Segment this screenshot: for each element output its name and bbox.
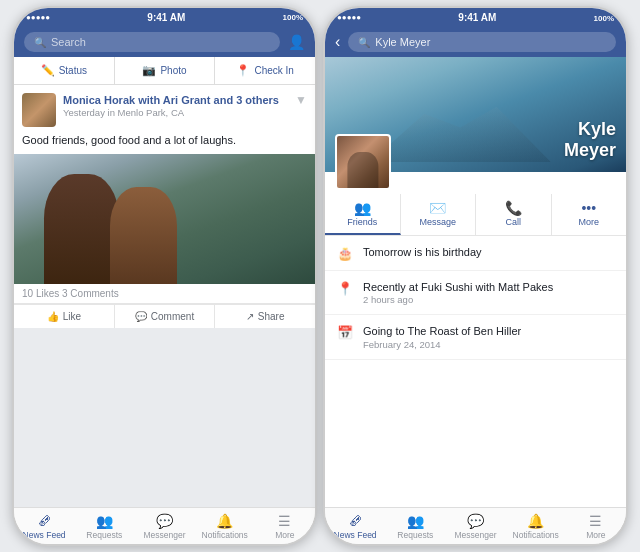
tab2-notifications-label: Notifications (513, 530, 559, 540)
checkin-label: Check In (254, 65, 293, 76)
call-icon: 📞 (505, 200, 522, 216)
tab2-news-feed-label: News Feed (334, 530, 377, 540)
checkin-icon: 📍 (236, 64, 250, 77)
tab2-more-label: More (586, 530, 605, 540)
signal-dots: ●●●●● (26, 13, 50, 22)
checkin-text: Recently at Fuki Sushi with Matt Pakes (363, 280, 614, 294)
post-location: Yesterday in Menlo Park, CA (63, 107, 288, 119)
more-action[interactable]: ••• More (552, 194, 627, 235)
like-icon: 👍 (47, 311, 59, 322)
tab-notifications-label: Notifications (202, 530, 248, 540)
back-button[interactable]: ‹ (335, 33, 340, 51)
profile-cover: Kyle Meyer (325, 57, 626, 172)
status-bar-2: ●●●●● 9:41 AM 100% (325, 8, 626, 27)
tab-more[interactable]: ☰ More (255, 508, 315, 544)
tab2-news-feed-icon: 🗞 (348, 513, 362, 529)
battery-2: 100% (594, 12, 614, 23)
event-date: February 24, 2014 (363, 339, 614, 350)
checkin-action[interactable]: 📍 Check In (215, 57, 315, 84)
post-stats: 10 Likes 3 Comments (14, 284, 315, 304)
post-card: Monica Horak with Ari Grant and 3 others… (14, 85, 315, 328)
tab2-more-icon: ☰ (589, 513, 602, 529)
comment-button[interactable]: 💬 Comment (115, 305, 216, 328)
tab2-requests[interactable]: 👥 Requests (385, 508, 445, 544)
like-label: Like (63, 311, 81, 322)
tab-bar-1: 🗞 News Feed 👥 Requests 💬 Messenger 🔔 Not… (14, 507, 315, 544)
tab2-messenger-icon: 💬 (467, 513, 484, 529)
messenger-icon: 💬 (156, 513, 173, 529)
status-action[interactable]: ✏️ Status (14, 57, 115, 84)
profile-name-overlay: Kyle Meyer (564, 119, 616, 162)
post-meta: Monica Horak with Ari Grant and 3 others… (63, 93, 288, 120)
tab-news-feed-label: News Feed (23, 530, 66, 540)
photo-label: Photo (160, 65, 186, 76)
status-bar-1: ●●●●● 9:41 AM 100% (14, 8, 315, 27)
post-author: Monica Horak with Ari Grant and 3 others (63, 93, 288, 107)
tab-bar-2: 🗞 News Feed 👥 Requests 💬 Messenger 🔔 Not… (325, 507, 626, 544)
more-dots-icon: ••• (581, 200, 596, 216)
post-avatar (22, 93, 56, 127)
profile-avatar (335, 134, 391, 190)
friend-requests-icon[interactable]: 👤 (288, 34, 305, 50)
tab2-news-feed[interactable]: 🗞 News Feed (325, 508, 385, 544)
friends-action[interactable]: 👥 Friends (325, 194, 401, 235)
tab-notifications[interactable]: 🔔 Notifications (195, 508, 255, 544)
status-icon: ✏️ (41, 64, 55, 77)
post-actions: 👍 Like 💬 Comment ↗ Share (14, 304, 315, 328)
photo-action[interactable]: 📷 Photo (115, 57, 216, 84)
birthday-content: Tomorrow is his birthday (363, 245, 614, 259)
tab-more-label: More (275, 530, 294, 540)
call-action[interactable]: 📞 Call (476, 194, 552, 235)
time-2: 9:41 AM (458, 12, 496, 23)
profile-search-bar[interactable]: 🔍 Kyle Meyer (348, 32, 616, 52)
friends-icon: 👥 (354, 200, 371, 216)
signal-dots-2: ●●●●● (337, 13, 361, 22)
news-feed: Monica Horak with Ari Grant and 3 others… (14, 85, 315, 507)
profile-search-value: Kyle Meyer (375, 36, 430, 48)
tab-messenger-label: Messenger (143, 530, 185, 540)
tab2-more[interactable]: ☰ More (566, 508, 626, 544)
search-placeholder-1: Search (51, 36, 86, 48)
info-list: 🎂 Tomorrow is his birthday 📍 Recently at… (325, 236, 626, 507)
profile-search-icon: 🔍 (358, 37, 370, 48)
tab-requests[interactable]: 👥 Requests (74, 508, 134, 544)
message-action[interactable]: ✉️ Message (401, 194, 477, 235)
time-1: 9:41 AM (147, 12, 185, 23)
comment-icon: 💬 (135, 311, 147, 322)
tab2-requests-label: Requests (397, 530, 433, 540)
profile-first-name: Kyle (564, 119, 616, 141)
tab-news-feed[interactable]: 🗞 News Feed (14, 508, 74, 544)
location-icon: 📍 (337, 281, 353, 296)
post-image (14, 154, 315, 284)
phone-2: ●●●●● 9:41 AM 100% ‹ 🔍 Kyle Meyer Kyle M… (323, 6, 628, 546)
tab2-messenger-label: Messenger (454, 530, 496, 540)
photo-icon: 📷 (142, 64, 156, 77)
event-item: 📅 Going to The Roast of Ben Hiller Febru… (325, 315, 626, 359)
share-button[interactable]: ↗ Share (215, 305, 315, 328)
post-dropdown-icon[interactable]: ▼ (295, 93, 307, 107)
battery-1: 100% (283, 13, 303, 22)
checkin-item: 📍 Recently at Fuki Sushi with Matt Pakes… (325, 271, 626, 315)
tab2-notifications[interactable]: 🔔 Notifications (506, 508, 566, 544)
tab-messenger[interactable]: 💬 Messenger (134, 508, 194, 544)
like-button[interactable]: 👍 Like (14, 305, 115, 328)
event-content: Going to The Roast of Ben Hiller Februar… (363, 324, 614, 349)
tab2-notifications-icon: 🔔 (527, 513, 544, 529)
search-bar-1[interactable]: 🔍 Search (24, 32, 280, 52)
news-feed-icon: 🗞 (37, 513, 51, 529)
requests-icon: 👥 (96, 513, 113, 529)
nav-bar-1: 🔍 Search 👤 (14, 27, 315, 57)
friends-label: Friends (347, 217, 377, 227)
tab-requests-label: Requests (86, 530, 122, 540)
profile-actions: 👥 Friends ✉️ Message 📞 Call ••• More (325, 194, 626, 236)
search-icon: 🔍 (34, 37, 46, 48)
checkin-content: Recently at Fuki Sushi with Matt Pakes 2… (363, 280, 614, 305)
birthday-text: Tomorrow is his birthday (363, 245, 614, 259)
tab2-messenger[interactable]: 💬 Messenger (445, 508, 505, 544)
notifications-icon: 🔔 (216, 513, 233, 529)
more-label: More (578, 217, 599, 227)
tab2-requests-icon: 👥 (407, 513, 424, 529)
message-label: Message (419, 217, 456, 227)
profile-nav: ‹ 🔍 Kyle Meyer (325, 27, 626, 57)
profile-last-name: Meyer (564, 140, 616, 162)
